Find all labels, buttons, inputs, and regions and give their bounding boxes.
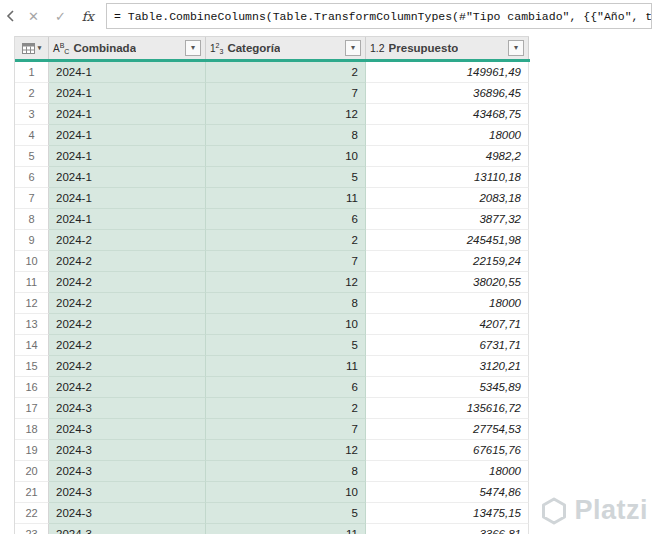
- cell-categoria[interactable]: 7: [206, 251, 366, 272]
- row-number[interactable]: 12: [15, 293, 49, 314]
- cell-presupuesto[interactable]: 18000: [366, 125, 529, 146]
- cell-categoria[interactable]: 11: [206, 188, 366, 209]
- cell-categoria[interactable]: 2: [206, 230, 366, 251]
- cell-presupuesto[interactable]: 36896,45: [366, 83, 529, 104]
- cell-categoria[interactable]: 5: [206, 167, 366, 188]
- cell-categoria[interactable]: 12: [206, 272, 366, 293]
- fx-icon[interactable]: fx: [82, 9, 94, 24]
- row-number[interactable]: 1: [15, 62, 49, 83]
- filter-button-presupuesto[interactable]: ▾: [508, 40, 524, 56]
- cell-presupuesto[interactable]: 4982,2: [366, 146, 529, 167]
- cell-categoria[interactable]: 5: [206, 335, 366, 356]
- cell-combinada[interactable]: 2024-3: [49, 482, 206, 503]
- row-number[interactable]: 5: [15, 146, 49, 167]
- cell-combinada[interactable]: 2024-1: [49, 146, 206, 167]
- cell-combinada[interactable]: 2024-1: [49, 125, 206, 146]
- column-header-combinada[interactable]: ABC Combinada ▾: [49, 37, 206, 59]
- cell-presupuesto[interactable]: 18000: [366, 461, 529, 482]
- filter-button-combinada[interactable]: ▾: [185, 40, 201, 56]
- cell-categoria[interactable]: 11: [206, 356, 366, 377]
- cell-combinada[interactable]: 2024-3: [49, 503, 206, 524]
- cell-presupuesto[interactable]: 13475,15: [366, 503, 529, 524]
- cell-presupuesto[interactable]: 3366,81: [366, 524, 529, 534]
- cell-categoria[interactable]: 10: [206, 146, 366, 167]
- commit-icon[interactable]: ✓: [55, 9, 66, 24]
- cell-presupuesto[interactable]: 5474,86: [366, 482, 529, 503]
- row-number[interactable]: 13: [15, 314, 49, 335]
- cell-categoria[interactable]: 11: [206, 524, 366, 534]
- cell-categoria[interactable]: 2: [206, 398, 366, 419]
- row-number[interactable]: 21: [15, 482, 49, 503]
- row-number[interactable]: 20: [15, 461, 49, 482]
- cell-combinada[interactable]: 2024-3: [49, 419, 206, 440]
- row-number[interactable]: 4: [15, 125, 49, 146]
- cancel-icon[interactable]: ✕: [28, 9, 39, 24]
- row-number[interactable]: 3: [15, 104, 49, 125]
- cell-presupuesto[interactable]: 22159,24: [366, 251, 529, 272]
- cell-combinada[interactable]: 2024-2: [49, 314, 206, 335]
- cell-combinada[interactable]: 2024-1: [49, 62, 206, 83]
- cell-presupuesto[interactable]: 4207,71: [366, 314, 529, 335]
- cell-presupuesto[interactable]: 135616,72: [366, 398, 529, 419]
- cell-combinada[interactable]: 2024-2: [49, 251, 206, 272]
- cell-combinada[interactable]: 2024-1: [49, 104, 206, 125]
- cell-categoria[interactable]: 2: [206, 62, 366, 83]
- cell-presupuesto[interactable]: 245451,98: [366, 230, 529, 251]
- cell-combinada[interactable]: 2024-3: [49, 440, 206, 461]
- cell-presupuesto[interactable]: 38020,55: [366, 272, 529, 293]
- row-number[interactable]: 8: [15, 209, 49, 230]
- cell-combinada[interactable]: 2024-2: [49, 335, 206, 356]
- cell-categoria[interactable]: 6: [206, 377, 366, 398]
- cell-categoria[interactable]: 6: [206, 209, 366, 230]
- cell-presupuesto[interactable]: 3120,21: [366, 356, 529, 377]
- cell-categoria[interactable]: 5: [206, 503, 366, 524]
- cell-combinada[interactable]: 2024-2: [49, 230, 206, 251]
- cell-categoria[interactable]: 10: [206, 482, 366, 503]
- filter-button-categoria[interactable]: ▾: [345, 40, 361, 56]
- row-number[interactable]: 14: [15, 335, 49, 356]
- cell-presupuesto[interactable]: 2083,18: [366, 188, 529, 209]
- cell-presupuesto[interactable]: 5345,89: [366, 377, 529, 398]
- cell-combinada[interactable]: 2024-3: [49, 524, 206, 534]
- row-number[interactable]: 11: [15, 272, 49, 293]
- formula-input[interactable]: = Table.CombineColumns(Table.TransformCo…: [106, 3, 652, 29]
- cell-combinada[interactable]: 2024-2: [49, 272, 206, 293]
- column-header-presupuesto[interactable]: 1.2 Presupuesto ▾: [366, 37, 529, 59]
- row-number[interactable]: 15: [15, 356, 49, 377]
- cell-presupuesto[interactable]: 67615,76: [366, 440, 529, 461]
- row-number[interactable]: 7: [15, 188, 49, 209]
- cell-combinada[interactable]: 2024-2: [49, 356, 206, 377]
- row-number[interactable]: 19: [15, 440, 49, 461]
- row-number[interactable]: 9: [15, 230, 49, 251]
- column-header-categoria[interactable]: 123 Categoría ▾: [206, 37, 366, 59]
- cell-combinada[interactable]: 2024-1: [49, 83, 206, 104]
- cell-presupuesto[interactable]: 43468,75: [366, 104, 529, 125]
- cell-combinada[interactable]: 2024-1: [49, 209, 206, 230]
- cell-categoria[interactable]: 7: [206, 419, 366, 440]
- row-number[interactable]: 23: [15, 524, 49, 534]
- row-number[interactable]: 6: [15, 167, 49, 188]
- cell-presupuesto[interactable]: 18000: [366, 293, 529, 314]
- cell-combinada[interactable]: 2024-2: [49, 377, 206, 398]
- cell-combinada[interactable]: 2024-2: [49, 293, 206, 314]
- collapse-pane-button[interactable]: [2, 5, 20, 27]
- cell-presupuesto[interactable]: 3877,32: [366, 209, 529, 230]
- row-number[interactable]: 22: [15, 503, 49, 524]
- row-number[interactable]: 10: [15, 251, 49, 272]
- cell-presupuesto[interactable]: 13110,18: [366, 167, 529, 188]
- cell-combinada[interactable]: 2024-3: [49, 398, 206, 419]
- cell-categoria[interactable]: 10: [206, 314, 366, 335]
- row-number[interactable]: 2: [15, 83, 49, 104]
- row-number-header[interactable]: ▾: [15, 37, 49, 59]
- cell-presupuesto[interactable]: 6731,71: [366, 335, 529, 356]
- cell-categoria[interactable]: 12: [206, 440, 366, 461]
- cell-combinada[interactable]: 2024-1: [49, 167, 206, 188]
- cell-presupuesto[interactable]: 149961,49: [366, 62, 529, 83]
- cell-combinada[interactable]: 2024-1: [49, 188, 206, 209]
- cell-categoria[interactable]: 8: [206, 293, 366, 314]
- cell-combinada[interactable]: 2024-3: [49, 461, 206, 482]
- row-number[interactable]: 16: [15, 377, 49, 398]
- cell-categoria[interactable]: 12: [206, 104, 366, 125]
- cell-categoria[interactable]: 8: [206, 461, 366, 482]
- row-number[interactable]: 17: [15, 398, 49, 419]
